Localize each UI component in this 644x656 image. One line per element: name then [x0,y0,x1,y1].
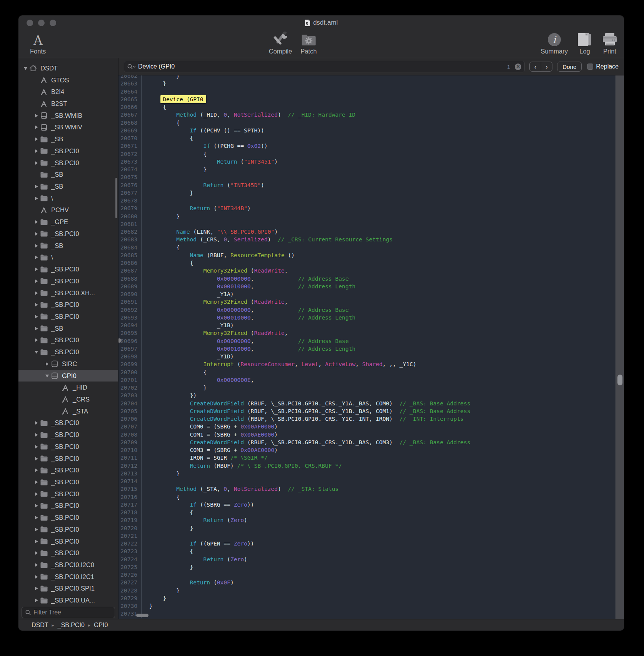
tree-item[interactable]: _SB.PCI0 [18,488,118,500]
sidebar-scrollbar[interactable] [115,178,117,218]
tree-item[interactable]: PCHV [18,204,118,216]
tree-item[interactable]: GTOS [18,74,118,86]
tree-item[interactable]: _CRS [18,393,118,405]
horizontal-scrollbar-thumb[interactable] [136,614,148,617]
disclosure-triangle-icon[interactable] [33,125,40,129]
disclosure-triangle-icon[interactable] [33,445,40,449]
tree-item[interactable]: _SB.PCI0.SPI1 [18,583,118,595]
tree-item[interactable]: _SB.PCI0 [18,464,118,476]
disclosure-triangle-icon[interactable] [33,421,40,425]
tree-item[interactable]: _SB [18,181,118,192]
tree-item[interactable]: _SB.PCI0 [18,299,118,311]
tree-item[interactable]: _SB.WMIV [18,122,118,134]
disclosure-triangle-icon[interactable] [33,586,40,591]
disclosure-triangle-icon[interactable] [33,575,40,579]
tree-item[interactable]: _SB.PCI0 [18,145,118,157]
disclosure-triangle-icon[interactable] [33,551,40,555]
disclosure-triangle-icon[interactable] [33,598,40,602]
tree-item[interactable]: B2I4 [18,86,118,98]
tree-item[interactable]: _SB.PCI0 [18,441,118,453]
done-button[interactable]: Done [557,62,582,72]
disclosure-triangle-icon[interactable] [33,468,40,472]
tree-item[interactable]: \ [18,252,118,264]
breadcrumb-item[interactable]: DSDT [32,622,48,629]
search-input[interactable]: Device (GPI0 1 ✕ [124,61,525,72]
tree-item[interactable]: _SB.PCI0 [18,429,118,441]
log-button[interactable]: Log [577,32,592,55]
disclosure-triangle-icon[interactable] [33,114,40,118]
disclosure-triangle-icon[interactable] [33,338,40,342]
disclosure-triangle-icon[interactable] [33,457,40,461]
disclosure-triangle-icon[interactable] [33,563,40,567]
tree-item[interactable]: _SB.PCI0 [18,547,118,559]
disclosure-triangle-icon[interactable] [33,492,40,496]
disclosure-triangle-icon[interactable] [33,137,40,141]
tree-item[interactable]: _SB.PCI0.XH... [18,287,118,299]
tree-item[interactable]: \ [18,192,118,204]
disclosure-triangle-icon[interactable] [33,303,40,307]
tree-item[interactable]: _SB [18,323,118,335]
disclosure-triangle-icon[interactable] [33,504,40,508]
disclosure-triangle-icon[interactable] [33,315,40,319]
disclosure-triangle-icon[interactable] [33,255,40,259]
tree-item[interactable]: _SB.PCI0.I2C0 [18,559,118,571]
disclosure-triangle-icon[interactable] [33,291,40,295]
disclosure-triangle-icon[interactable] [33,527,40,532]
tree-item[interactable]: _SB [18,133,118,145]
print-button[interactable]: Print [602,32,618,55]
filter-tree-input[interactable]: Filter Tree [22,607,115,618]
disclosure-triangle-icon[interactable] [33,220,40,224]
disclosure-triangle-icon[interactable] [33,433,40,437]
tree-item[interactable]: _SB [18,240,118,252]
disclosure-triangle-icon[interactable] [33,161,40,165]
fonts-button[interactable]: A Fonts [30,32,46,55]
tree-item[interactable]: _SB.PCI0 [18,228,118,240]
code-editor[interactable]: 20662 }20663 }2066420665 Device (GPI0206… [118,75,616,619]
summary-button[interactable]: i Summary [541,32,568,55]
tree-item[interactable]: _SB [18,169,118,181]
disclosure-triangle-icon[interactable] [33,244,40,248]
disclosure-triangle-icon[interactable] [33,232,40,236]
disclosure-triangle-icon[interactable] [22,67,29,70]
tree-item[interactable]: _SB.PCI0 [18,311,118,323]
patch-button[interactable]: Patch [300,32,317,55]
disclosure-triangle-icon[interactable] [33,539,40,544]
tree-item[interactable]: _HID [18,382,118,393]
tree-item[interactable]: _SB.PCI0 [18,335,118,346]
tree-item[interactable]: _SB.PCI0 [18,453,118,465]
vertical-scrollbar[interactable] [616,75,624,619]
tree-item[interactable]: _SB.PCI0 [18,500,118,512]
disclosure-triangle-icon[interactable] [33,267,40,271]
tree-item[interactable]: _STA [18,405,118,417]
clear-search-icon[interactable]: ✕ [515,64,521,70]
find-previous-button[interactable]: ‹ [530,62,541,71]
tree-item[interactable]: _SB.PCI0.UA... [18,594,118,606]
replace-checkbox[interactable] [587,64,593,70]
disclosure-triangle-icon[interactable] [33,279,40,283]
disclosure-triangle-icon[interactable] [33,184,40,189]
compile-button[interactable]: Compile [269,32,292,55]
tree-item[interactable]: _SB.WMIB [18,110,118,122]
tree-item[interactable]: _SB.PCI0 [18,346,118,358]
tree-item[interactable]: _SB.PCI0 [18,263,118,275]
disclosure-triangle-icon[interactable] [44,374,50,378]
tree-item[interactable]: _SB.PCI0 [18,417,118,429]
tree-item[interactable]: _SB.PCI0 [18,157,118,169]
breadcrumb-item[interactable]: GPI0 [94,622,108,629]
tree-item[interactable]: _SB.PCI0 [18,476,118,488]
tree-item[interactable]: DSDT [18,62,118,74]
disclosure-triangle-icon[interactable] [44,362,50,366]
tree-item[interactable]: B2ST [18,98,118,110]
find-next-button[interactable]: › [541,62,552,71]
disclosure-triangle-icon[interactable] [33,149,40,153]
tree-item[interactable]: _SB.PCI0 [18,536,118,547]
tree-item[interactable]: _SB.PCI0.I2C1 [18,571,118,583]
disclosure-triangle-icon[interactable] [33,480,40,484]
breadcrumb-item[interactable]: _SB.PCI0 [58,622,85,629]
tree-item[interactable]: SIRC [18,358,118,370]
tree-item[interactable]: _SB.PCI0 [18,524,118,536]
tree-item[interactable]: GPI0 [18,370,118,382]
tree-item[interactable]: _GPE [18,216,118,228]
disclosure-triangle-icon[interactable] [33,350,40,354]
tree-item[interactable]: _SB.PCI0 [18,275,118,287]
